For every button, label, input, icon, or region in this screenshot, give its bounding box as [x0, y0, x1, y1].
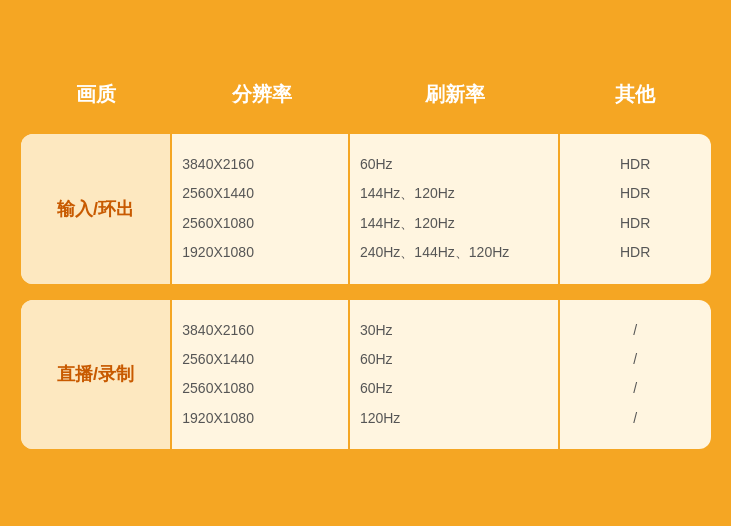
oth-2-3: /: [633, 404, 637, 433]
res-2-2: 2560X1080: [182, 374, 338, 403]
header-resolution: 分辨率: [172, 73, 351, 116]
ref-1-2: 144Hz、120Hz: [360, 209, 548, 238]
data-cells-2: 3840X2160 2560X1440 2560X1080 1920X1080 …: [172, 300, 710, 450]
oth-2-1: /: [633, 345, 637, 374]
other-col-2: / / / /: [560, 300, 711, 450]
ref-2-1: 60Hz: [360, 345, 548, 374]
oth-1-2: HDR: [620, 209, 650, 238]
ref-2-2: 60Hz: [360, 374, 548, 403]
data-row-1: 输入/环出 3840X2160 2560X1440 2560X1080 1920…: [21, 134, 711, 284]
section-input-output: 输入/环出 3840X2160 2560X1440 2560X1080 1920…: [21, 134, 711, 284]
ref-1-3: 240Hz、144Hz、120Hz: [360, 238, 548, 267]
quality-label-1: 输入/环出: [21, 134, 173, 284]
oth-2-2: /: [633, 374, 637, 403]
other-col-1: HDR HDR HDR HDR: [560, 134, 711, 284]
ref-1-1: 144Hz、120Hz: [360, 179, 548, 208]
data-row-2: 直播/录制 3840X2160 2560X1440 2560X1080 1920…: [21, 300, 711, 450]
ref-1-0: 60Hz: [360, 150, 548, 179]
refresh-col-1: 60Hz 144Hz、120Hz 144Hz、120Hz 240Hz、144Hz…: [350, 134, 560, 284]
header-quality: 画质: [21, 73, 173, 116]
quality-label-2: 直播/录制: [21, 300, 173, 450]
header-refresh: 刷新率: [352, 73, 559, 116]
oth-1-1: HDR: [620, 179, 650, 208]
res-2-0: 3840X2160: [182, 316, 338, 345]
res-1-1: 2560X1440: [182, 179, 338, 208]
res-1-2: 2560X1080: [182, 209, 338, 238]
ref-2-0: 30Hz: [360, 316, 548, 345]
refresh-col-2: 30Hz 60Hz 60Hz 120Hz: [350, 300, 560, 450]
resolution-col-1: 3840X2160 2560X1440 2560X1080 1920X1080: [172, 134, 350, 284]
ref-2-3: 120Hz: [360, 404, 548, 433]
oth-1-0: HDR: [620, 150, 650, 179]
header-row: 画质 分辨率 刷新率 其他: [21, 61, 711, 134]
oth-1-3: HDR: [620, 238, 650, 267]
resolution-col-2: 3840X2160 2560X1440 2560X1080 1920X1080: [172, 300, 350, 450]
data-cells-1: 3840X2160 2560X1440 2560X1080 1920X1080 …: [172, 134, 710, 284]
section-live-record: 直播/录制 3840X2160 2560X1440 2560X1080 1920…: [21, 300, 711, 450]
res-1-0: 3840X2160: [182, 150, 338, 179]
res-2-1: 2560X1440: [182, 345, 338, 374]
main-container: 画质 分辨率 刷新率 其他 输入/环出 3840X2160 2560X1440 …: [21, 61, 711, 465]
res-1-3: 1920X1080: [182, 238, 338, 267]
res-2-3: 1920X1080: [182, 404, 338, 433]
header-other: 其他: [559, 73, 711, 116]
oth-2-0: /: [633, 316, 637, 345]
